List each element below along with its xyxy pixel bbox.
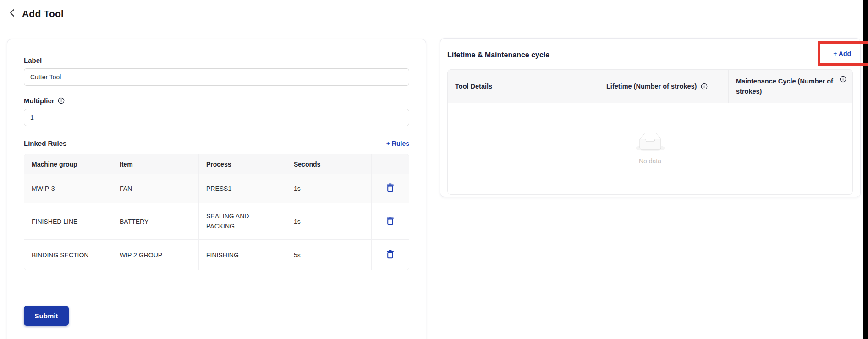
- linked-rules-header-row: Machine group Item Process Seconds: [24, 154, 409, 174]
- delete-rule-button[interactable]: [372, 203, 409, 239]
- label-input[interactable]: [24, 68, 409, 86]
- lifetime-maintenance-card: Lifetime & Maintenance cycle + Add Tool …: [440, 38, 861, 197]
- cell-seconds: 5s: [286, 240, 372, 270]
- info-icon[interactable]: [701, 83, 708, 90]
- screen-edge-black-bar: [863, 0, 868, 339]
- multiplier-input[interactable]: [24, 109, 409, 126]
- back-button[interactable]: [8, 8, 16, 20]
- lifetime-panel-title: Lifetime & Maintenance cycle: [447, 51, 853, 59]
- column-header-machine-group: Machine group: [24, 154, 112, 174]
- trash-icon: [386, 217, 394, 227]
- delete-rule-button[interactable]: [372, 174, 409, 203]
- chevron-left-icon: [9, 8, 15, 19]
- page-title: Add Tool: [22, 8, 64, 19]
- trash-icon: [386, 183, 394, 194]
- table-row: BINDING SECTION WIP 2 GROUP FINISHING 5s: [24, 240, 409, 270]
- content-edge-divider: [860, 0, 860, 339]
- add-tool-form-card: Label Multiplier Linked Rules + Rules Ma…: [7, 39, 426, 339]
- cell-process: PRESS1: [199, 174, 286, 203]
- column-header-maintenance-cycle: Maintenance Cycle (Number of strokes): [729, 70, 852, 103]
- empty-state: No data: [448, 103, 852, 194]
- cell-seconds: 1s: [286, 203, 372, 239]
- cell-seconds: 1s: [286, 174, 372, 203]
- cell-item: WIP 2 GROUP: [112, 240, 199, 270]
- linked-rules-title: Linked Rules: [24, 139, 66, 147]
- column-header-seconds: Seconds: [286, 154, 372, 174]
- column-header-tool-details: Tool Details: [448, 70, 599, 103]
- add-rules-button[interactable]: + Rules: [386, 140, 409, 147]
- trash-icon: [386, 250, 394, 260]
- column-header-lifetime: Lifetime (Number of strokes): [599, 70, 729, 103]
- cell-process: FINISHING: [199, 240, 286, 270]
- table-row: MWIP-3 FAN PRESS1 1s: [24, 174, 409, 203]
- lifetime-table-header-row: Tool Details Lifetime (Number of strokes…: [448, 70, 852, 103]
- cell-machine-group: FINISHED LINE: [24, 203, 112, 239]
- column-header-actions: [372, 154, 409, 174]
- cell-item: BATTERY: [112, 203, 199, 239]
- empty-inbox-icon: [636, 133, 665, 154]
- label-field-label: Label: [24, 56, 409, 64]
- multiplier-field-label: Multiplier: [24, 97, 409, 105]
- cell-item: FAN: [112, 174, 199, 203]
- column-header-item: Item: [112, 154, 199, 174]
- column-header-process: Process: [199, 154, 286, 174]
- info-icon[interactable]: [840, 76, 846, 83]
- table-row: FINISHED LINE BATTERY SEALING AND PACKIN…: [24, 203, 409, 240]
- submit-button[interactable]: Submit: [24, 306, 69, 326]
- page-header: Add Tool: [8, 8, 64, 20]
- no-data-text: No data: [639, 157, 661, 165]
- info-icon[interactable]: [58, 97, 65, 104]
- add-lifetime-button[interactable]: + Add: [833, 50, 851, 57]
- cell-machine-group: MWIP-3: [24, 174, 112, 203]
- page: Add Tool Label Multiplier Linked Rules +…: [0, 0, 868, 339]
- linked-rules-table: Machine group Item Process Seconds MWIP-…: [24, 154, 409, 270]
- delete-rule-button[interactable]: [372, 240, 409, 270]
- cell-machine-group: BINDING SECTION: [24, 240, 112, 270]
- cell-process: SEALING AND PACKING: [199, 203, 286, 239]
- lifetime-table: Tool Details Lifetime (Number of strokes…: [447, 69, 853, 195]
